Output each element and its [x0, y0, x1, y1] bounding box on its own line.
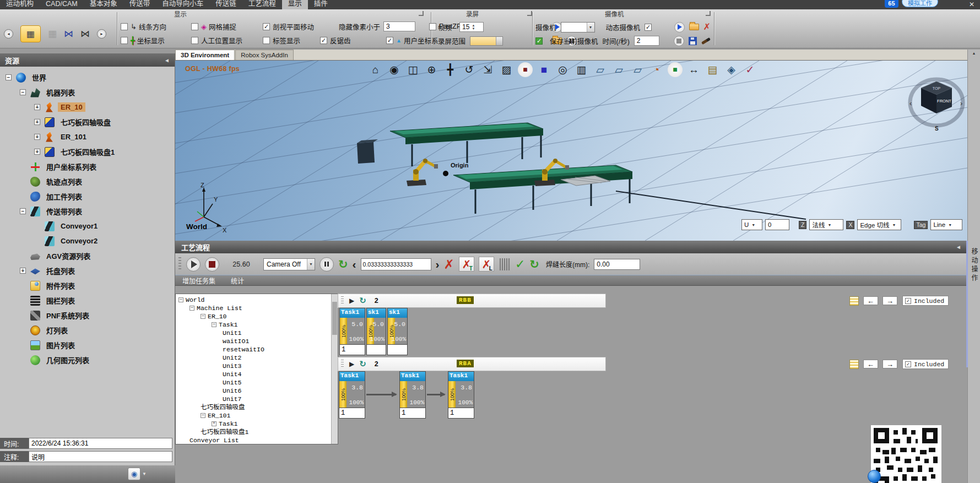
resource-tree-item[interactable]: Conveyor1	[0, 219, 175, 234]
menu-tab[interactable]: 显示	[282, 0, 308, 9]
panel-collapse-icon[interactable]: ◄	[956, 244, 961, 250]
play-button[interactable]	[186, 257, 201, 272]
delete-task-button[interactable]: ✗T	[459, 257, 474, 272]
resource-tree-item[interactable]: 轨迹点列表	[0, 174, 175, 189]
camera-time-input[interactable]: 2	[634, 36, 659, 46]
task-card[interactable]: Task1100%3.8100%1	[448, 371, 474, 419]
checkbox[interactable]	[121, 37, 128, 44]
zoom-window-icon[interactable]: ◫	[405, 62, 420, 77]
row-cycle-icon[interactable]: ↻	[359, 296, 366, 306]
taskbar-app-icon[interactable]: ◉▼	[128, 468, 147, 480]
resource-tree-item[interactable]: +ER_10	[0, 100, 175, 115]
resource-tree-item[interactable]: 围栏列表	[0, 293, 175, 308]
checkbox[interactable]	[263, 37, 270, 44]
plane-xy-icon[interactable]: ▱	[593, 62, 608, 77]
record-stop-icon[interactable]: ■	[518, 62, 533, 77]
task-card[interactable]: Task1100%3.8100%1	[339, 371, 365, 419]
menu-tab[interactable]: 传送带	[123, 0, 156, 9]
resource-tree-item[interactable]: 图片列表	[0, 338, 175, 352]
resource-tree-item[interactable]: 加工件列表	[0, 189, 175, 204]
fit-view-icon[interactable]: ⇲	[480, 62, 495, 77]
menu-tab[interactable]: 插件	[308, 0, 334, 9]
layout-grid-button[interactable]: ▦	[20, 25, 41, 42]
tree-expander-icon[interactable]: +	[34, 104, 40, 110]
dialog-launcher-icon[interactable]	[419, 11, 424, 16]
weld-length-input[interactable]: 0.00	[594, 259, 640, 270]
resource-tree-item[interactable]: +托盘列表	[0, 263, 175, 278]
browser-swirl-icon[interactable]	[868, 470, 881, 483]
camera-mode-select[interactable]: Camera Off▼	[263, 258, 315, 270]
checkbox[interactable]	[191, 37, 198, 44]
process-tab[interactable]: 增加任务集	[182, 276, 215, 285]
checkbox[interactable]: ✓	[905, 361, 911, 367]
resource-tree-item[interactable]: −世界	[0, 70, 175, 85]
step-forward-icon[interactable]: ›	[436, 259, 440, 270]
fps-input[interactable]: 15▲▼	[459, 22, 484, 32]
plane-yz-icon[interactable]: ▱	[611, 62, 626, 77]
view-eye-icon[interactable]: ◉	[387, 62, 402, 77]
camera-stop-button[interactable]	[674, 36, 684, 46]
resource-tree-item[interactable]: PNF系统列表	[0, 308, 175, 323]
menu-tab[interactable]: CAD/CAM	[40, 0, 84, 9]
menu-tab[interactable]: 传送链	[209, 0, 242, 9]
record-range-swatch[interactable]	[470, 36, 503, 46]
section-hatch-icon[interactable]: ▨	[499, 62, 514, 77]
cube-rotate-right-icon[interactable]: ›	[960, 99, 962, 107]
jog-axes-icon[interactable]: ◈	[724, 62, 739, 77]
move-right-button[interactable]: →	[882, 296, 897, 305]
tree-expander-icon[interactable]: +	[34, 134, 40, 140]
move-left-button[interactable]: ←	[863, 360, 878, 368]
dynamic-camera-checkbox[interactable]: ✓	[645, 24, 652, 31]
menu-tab[interactable]: 自动导向小车	[156, 0, 209, 9]
menu-tab[interactable]: 基本对象	[84, 0, 123, 9]
edge-select[interactable]: Edge 切线▼	[857, 219, 901, 230]
navigation-cube[interactable]: TOP FRONT ‹ › S	[909, 79, 963, 132]
row-grip[interactable]	[341, 360, 344, 368]
task-card[interactable]: sk1100%5.0100%	[387, 308, 408, 355]
confirm-icon[interactable]: ✓	[515, 258, 525, 270]
sequence-cell[interactable]: 1	[339, 408, 365, 418]
resource-tree-item[interactable]: AGV资源列表	[0, 248, 175, 263]
tree-expander-icon[interactable]: +	[34, 119, 40, 125]
pause-button[interactable]	[320, 257, 334, 272]
move-right-button[interactable]: →	[882, 360, 897, 368]
time-field[interactable]	[29, 438, 172, 449]
brush-icon[interactable]	[701, 37, 711, 44]
checkbox[interactable]: ✓	[905, 298, 911, 304]
resource-tree-item[interactable]: +ER_101	[0, 129, 175, 144]
sequence-cell[interactable]	[367, 344, 386, 355]
resource-tree-item[interactable]: 几何图元列表	[0, 352, 175, 367]
delete-line-button[interactable]: ✗L	[479, 257, 494, 272]
menu-tab[interactable]: 工艺流程	[242, 0, 282, 9]
resource-tree-item[interactable]: 灯列表	[0, 323, 175, 338]
run-icon[interactable]: ■	[668, 62, 683, 77]
checkbox[interactable]: ✓	[320, 37, 327, 44]
checkbox[interactable]: ✓	[386, 37, 393, 44]
checkbox[interactable]	[191, 23, 198, 30]
nav-back-icon[interactable]: ◄	[4, 29, 13, 39]
checkbox[interactable]	[121, 23, 128, 30]
menu-tab[interactable]: 运动机构	[0, 0, 40, 9]
row-grip[interactable]	[341, 296, 344, 305]
move-operation-tab[interactable]: 移动操作	[970, 248, 979, 283]
task-card[interactable]: Task1100%5.0100%1	[339, 308, 365, 355]
task-card[interactable]: Task1100%3.8100%1	[399, 371, 426, 419]
stop-button[interactable]	[205, 257, 219, 272]
viewport-tab[interactable]: Robox SysAddIn	[235, 50, 294, 60]
cube-rotate-left-icon[interactable]: ‹	[909, 99, 912, 107]
close-icon[interactable]: ✕	[969, 0, 974, 9]
save-icon[interactable]	[689, 37, 697, 45]
sheet-icon[interactable]	[849, 360, 859, 369]
step-back-icon[interactable]: ‹	[353, 259, 356, 270]
collapse-up-icon[interactable]: ▲	[968, 51, 980, 55]
camera-delete-icon[interactable]: ✗	[703, 23, 711, 31]
checkbox[interactable]	[429, 23, 436, 30]
camera-play-button[interactable]	[674, 22, 685, 32]
sequence-cell[interactable]: 1	[448, 408, 474, 418]
resource-tree-item[interactable]: +七巧板四轴吸盘1	[0, 144, 175, 159]
bowtie-blue-icon[interactable]: ⋈	[64, 28, 73, 40]
target-icon[interactable]: ◎	[555, 62, 570, 77]
line-select[interactable]: Line▼	[930, 219, 962, 230]
3d-viewport[interactable]: Origin Z Y X World TOP FRONT ‹ › S O	[175, 61, 967, 241]
bowtie-dark-icon[interactable]: ⋈	[80, 28, 90, 40]
